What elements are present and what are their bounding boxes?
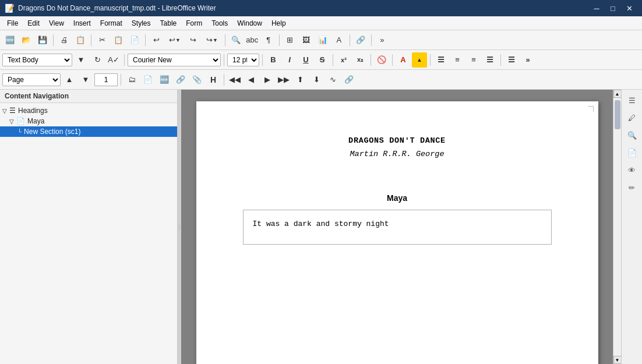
navigator-type-select[interactable]: Page (2, 73, 61, 86)
menu-styles[interactable]: Styles (127, 18, 156, 29)
style-list-icon[interactable]: ▼ (73, 52, 89, 68)
nav-ext-link-btn[interactable]: 🔗 (341, 72, 357, 87)
design-button[interactable]: 👁 (624, 162, 640, 178)
close-button[interactable]: ✕ (621, 0, 637, 16)
menu-window[interactable]: Window (232, 18, 267, 29)
formatting-marks-button[interactable]: ¶ (261, 33, 276, 48)
paste-button[interactable]: 📄 (127, 33, 142, 48)
italic-button[interactable]: I (282, 52, 297, 68)
chart-button[interactable]: 📊 (315, 33, 330, 48)
nav-toolbar: Page ▲ ▼ 1 🗂 📄 🆕 🔗 📎 H ◀◀ ◀ ▶ ▶▶ ⬆ ⬇ ∿ 🔗 (0, 70, 642, 90)
sidebar-title: Content Navigation (5, 92, 69, 100)
chapter-heading[interactable]: Maya (243, 193, 552, 203)
nav-next-btn[interactable]: ▶ (260, 72, 275, 87)
menu-form[interactable]: Form (181, 18, 207, 29)
underline-button[interactable]: U (298, 52, 313, 68)
vertical-scrollbar[interactable]: ▲ ▼ (613, 90, 621, 364)
maximize-button[interactable]: □ (605, 0, 621, 16)
menu-insert[interactable]: Insert (69, 18, 96, 29)
document-area[interactable]: DRAGONS DON'T DANCE Martin R.R.R. George… (181, 90, 613, 364)
nav-heading-btn[interactable]: H (206, 72, 221, 87)
gallery-button[interactable]: 🔍 (624, 127, 640, 143)
page-number-input[interactable]: 1 (94, 73, 118, 86)
nav-new-btn[interactable]: 🆕 (157, 72, 172, 87)
nav-attach-btn[interactable]: 📎 (189, 72, 204, 87)
align-justify-button[interactable]: ☰ (482, 52, 498, 68)
menu-help[interactable]: Help (267, 18, 291, 29)
font-size-select[interactable]: 12 pt (227, 54, 259, 66)
table-button[interactable]: ⊞ (283, 33, 298, 48)
scroll-down-button[interactable]: ▼ (613, 356, 622, 364)
properties-button[interactable]: ☰ (624, 92, 640, 108)
cut-button[interactable]: ✂ (94, 33, 110, 48)
menu-tools[interactable]: Tools (207, 18, 232, 29)
document-page[interactable]: DRAGONS DON'T DANCE Martin R.R.R. George… (196, 101, 598, 364)
strikethrough-button[interactable]: S (315, 52, 330, 68)
nav-up2-btn[interactable]: ⬆ (292, 72, 308, 87)
clear-formatting-button[interactable]: 🚫 (374, 52, 389, 68)
paragraph-style-select[interactable]: Text Body (2, 54, 72, 66)
image-button[interactable]: 🖼 (299, 33, 314, 48)
highlight-button[interactable]: ▲ (412, 52, 427, 68)
link-button[interactable]: 🔗 (353, 33, 368, 48)
align-left-button[interactable]: ☰ (433, 52, 449, 68)
expand-toolbar-button[interactable]: » (520, 52, 535, 68)
new-button[interactable]: 🆕 (2, 33, 17, 48)
nav-down-arrow[interactable]: ▼ (78, 72, 93, 87)
save-button[interactable]: 💾 (35, 33, 50, 48)
nav-icon-btn[interactable]: 🗂 (124, 72, 139, 87)
nav-wave-btn[interactable]: ∿ (325, 72, 340, 87)
sep3 (145, 34, 146, 46)
document-title[interactable]: DRAGONS DON'T DANCE (243, 136, 552, 145)
update-style-icon[interactable]: ↻ (90, 52, 105, 68)
nav-prev-btn[interactable]: ◀ (244, 72, 259, 87)
superscript-button[interactable]: x² (336, 52, 351, 68)
undo-button[interactable]: ↩ (149, 33, 164, 48)
redo-dropdown[interactable]: ↪▼ (202, 33, 222, 48)
spelling-icon[interactable]: A✓ (106, 52, 121, 68)
minimize-button[interactable]: ─ (588, 0, 605, 16)
tree-maya[interactable]: ▽ 📄 Maya (0, 116, 177, 126)
document-author[interactable]: Martin R.R.R. George (243, 150, 552, 158)
preview-button[interactable]: 📋 (73, 33, 88, 48)
menu-view[interactable]: View (44, 18, 69, 29)
open-button[interactable]: 📂 (19, 33, 34, 48)
find-button[interactable]: 🔍 (228, 33, 244, 48)
menu-format[interactable]: Format (96, 18, 127, 29)
spellcheck-button[interactable]: abc (245, 33, 260, 48)
scroll-up-button[interactable]: ▲ (613, 90, 622, 98)
more-button[interactable]: » (375, 33, 390, 48)
sep6 (350, 34, 350, 46)
nav-down2-btn[interactable]: ⬇ (309, 72, 324, 87)
subscript-button[interactable]: x₂ (352, 52, 368, 68)
tree-headings-root[interactable]: ▽ ☰ Headings (0, 105, 177, 116)
scroll-thumb[interactable] (615, 100, 620, 129)
undo-dropdown[interactable]: ↩▼ (165, 33, 185, 48)
section-box[interactable]: It was a dark and stormy night (243, 210, 552, 245)
font-color-button[interactable]: A (396, 52, 411, 68)
nav-link-btn[interactable]: 🔗 (173, 72, 188, 87)
tree-new-section[interactable]: └ New Section (sc1) (0, 126, 177, 137)
menu-file[interactable]: File (2, 18, 23, 29)
title-bar: 📝 Dragons Do Not Dance_manuscript_tmp.od… (0, 0, 642, 16)
nav-first-btn[interactable]: ◀◀ (227, 72, 242, 87)
navigator-button[interactable]: 📄 (624, 144, 640, 161)
section-text[interactable]: It was a dark and stormy night (253, 220, 389, 228)
print-button[interactable]: 🖨 (57, 33, 72, 48)
copy-button[interactable]: 📋 (111, 33, 126, 48)
app-icon: 📝 (5, 3, 15, 13)
redo-button[interactable]: ↪ (186, 33, 201, 48)
textbox-button[interactable]: A (331, 33, 347, 48)
menu-table[interactable]: Table (156, 18, 182, 29)
menu-edit[interactable]: Edit (23, 18, 44, 29)
manage-button[interactable]: ✏ (624, 179, 640, 196)
font-name-select[interactable]: Courier New (128, 54, 221, 66)
align-center-button[interactable]: ≡ (450, 52, 465, 68)
nav-last-btn[interactable]: ▶▶ (276, 72, 291, 87)
styles-button[interactable]: 🖊 (624, 109, 640, 126)
bold-button[interactable]: B (266, 52, 281, 68)
list-button[interactable]: ☰ (504, 52, 519, 68)
nav-up-arrow[interactable]: ▲ (62, 72, 77, 87)
align-right-button[interactable]: ≡ (466, 52, 481, 68)
nav-page-btn[interactable]: 📄 (140, 72, 156, 87)
